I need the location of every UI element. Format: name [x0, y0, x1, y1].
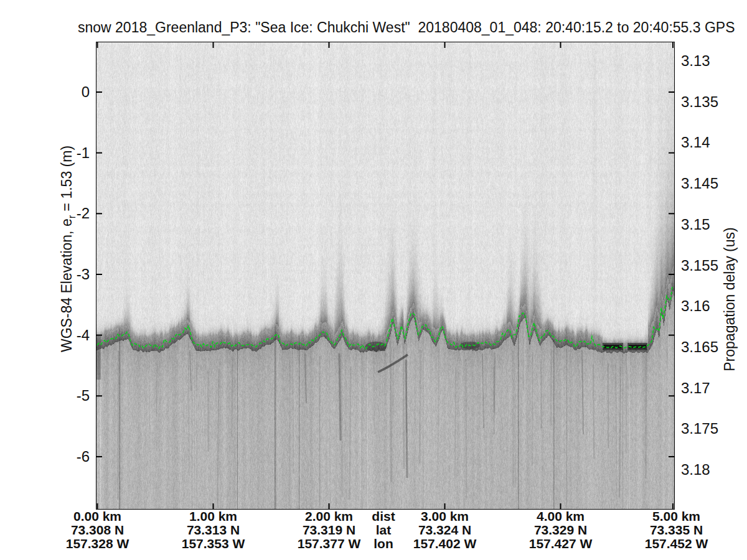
elevation-tick-label: -2 — [25, 206, 90, 221]
x-axis-lat-label: 73.319 N — [298, 523, 361, 537]
delay-tick-label: 3.135 — [681, 95, 747, 110]
x-axis-geo-column: 3.00 km73.324 N157.402 W — [413, 510, 477, 551]
x-axis-lon-label: 157.452 W — [645, 537, 708, 551]
delay-tick-label: 3.18 — [681, 462, 747, 477]
x-axis-lat-label: 73.313 N — [182, 523, 245, 537]
delay-tick-label: 3.14 — [681, 135, 747, 150]
x-axis-lat-label: 73.329 N — [529, 523, 593, 537]
left-axis-label: WGS-84 Elevation, er = 1.53 (m) — [59, 146, 78, 352]
x-axis-dist-label: 5.00 km — [645, 510, 708, 523]
elevation-tick-label: -4 — [25, 328, 90, 343]
delay-tick-label: 3.165 — [681, 340, 747, 355]
x-axis-dist-label: 1.00 km — [182, 510, 245, 523]
echogram-canvas — [96, 42, 674, 509]
elevation-tick-label: -5 — [25, 388, 90, 403]
delay-tick-label: 3.16 — [681, 299, 747, 314]
x-axis-lon-label: lon — [372, 537, 395, 551]
elevation-tick-label: -6 — [25, 449, 90, 464]
elevation-tick-label: -3 — [25, 267, 90, 282]
x-axis-geo-column: 1.00 km73.313 N157.353 W — [182, 510, 245, 551]
delay-tick-label: 3.145 — [681, 176, 747, 191]
x-axis-dist-label: 4.00 km — [529, 510, 593, 523]
x-axis-dist-label: 3.00 km — [413, 510, 477, 523]
delay-tick-label: 3.15 — [681, 217, 747, 232]
x-axis-geo-column: 0.00 km73.308 N157.328 W — [66, 510, 129, 551]
x-axis-lon-label: 157.328 W — [66, 537, 129, 551]
delay-tick-label: 3.155 — [681, 258, 747, 273]
x-axis-lat-label: 73.308 N — [66, 523, 129, 537]
x-axis-dist-label: 2.00 km — [298, 510, 361, 523]
delay-tick-label: 3.17 — [681, 381, 747, 396]
x-axis-lat-label: 73.335 N — [645, 523, 708, 537]
echogram-figure: snow 2018_Greenland_P3: "Sea Ice: Chukch… — [0, 0, 747, 560]
x-axis-dist-label: 0.00 km — [66, 510, 129, 523]
x-axis-legend-column: distlatlon — [372, 510, 395, 551]
delay-tick-label: 3.175 — [681, 421, 747, 436]
x-axis-geo-column: 4.00 km73.329 N157.427 W — [529, 510, 593, 551]
x-axis-lon-label: 157.353 W — [182, 537, 245, 551]
delay-tick-label: 3.13 — [681, 54, 747, 68]
x-axis-lon-label: 157.427 W — [529, 537, 593, 551]
x-axis-lat-label: lat — [372, 523, 395, 537]
x-axis-lon-label: 157.402 W — [413, 537, 477, 551]
x-axis-dist-label: dist — [372, 510, 395, 523]
figure-title: snow 2018_Greenland_P3: "Sea Ice: Chukch… — [78, 19, 694, 36]
elevation-tick-label: 0 — [25, 85, 90, 100]
x-axis-lon-label: 157.377 W — [298, 537, 361, 551]
elevation-tick-label: -1 — [25, 146, 90, 161]
x-axis-geo-column: 2.00 km73.319 N157.377 W — [298, 510, 361, 551]
x-axis-geo-column: 5.00 km73.335 N157.452 W — [645, 510, 708, 551]
x-axis-lat-label: 73.324 N — [413, 523, 477, 537]
